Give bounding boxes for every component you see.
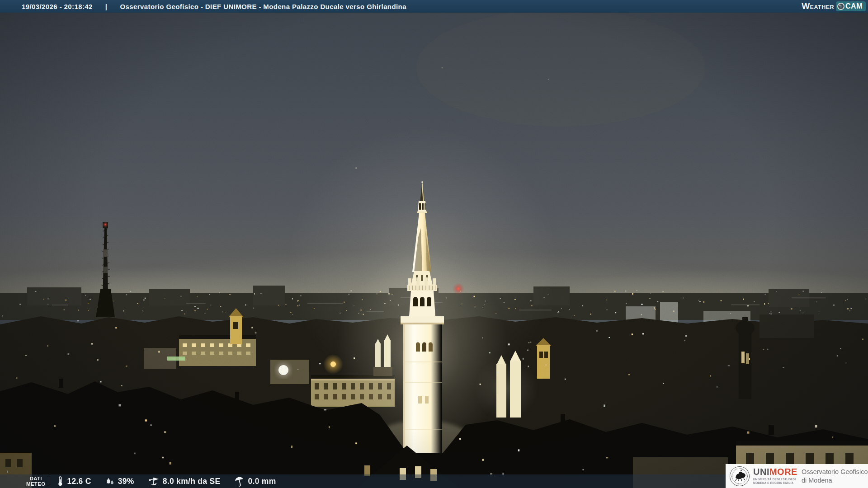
temperature-value: 12.6 C bbox=[67, 477, 91, 486]
sensor-noise-overlay bbox=[0, 0, 868, 488]
temperature-reading: 12.6 C bbox=[57, 476, 91, 487]
weathercam-cam-text: CAM bbox=[845, 2, 863, 10]
rain-value: 0.0 mm bbox=[248, 477, 276, 486]
unimore-brand-box: UNIMORE UNIVERSITÀ DEGLI STUDI DI MODENA… bbox=[726, 464, 868, 488]
unimore-more-text: MORE bbox=[769, 467, 797, 477]
weathercam-logo: WEATHER CAM bbox=[802, 1, 868, 11]
night-cityscape-photo bbox=[0, 0, 868, 488]
humidity-value: 39% bbox=[118, 477, 134, 486]
top-bar: 19/03/2026 - 20:18:42 | Osservatorio Geo… bbox=[0, 0, 868, 13]
wind-value: 8.0 km/h da SE bbox=[163, 477, 221, 486]
humidity-reading: 39% bbox=[105, 476, 134, 486]
caption-separator: | bbox=[105, 3, 108, 10]
weather-readings: 12.6 C 39% 8.0 km/h da SE bbox=[57, 476, 276, 487]
rain-reading: 0.0 mm bbox=[234, 476, 276, 487]
dati-meteo-label: DATI METEO bbox=[26, 476, 45, 487]
camera-lens-icon bbox=[837, 2, 845, 10]
thermometer-icon bbox=[57, 476, 64, 487]
camera-title: Osservatorio Geofisico - DIEF UNIMORE - … bbox=[120, 3, 406, 10]
unimore-subtitle: UNIVERSITÀ DEGLI STUDI DI MODENA E REGGI… bbox=[753, 478, 797, 485]
weathercam-cam-badge: CAM bbox=[836, 1, 866, 11]
wind-reading: 8.0 km/h da SE bbox=[148, 476, 221, 487]
unimore-wordmark: UNIMORE UNIVERSITÀ DEGLI STUDI DI MODENA… bbox=[753, 467, 797, 485]
unimore-seal-icon bbox=[729, 466, 750, 487]
water-drops-icon bbox=[105, 476, 115, 486]
wind-vane-icon bbox=[148, 476, 160, 487]
weathercam-weather-text: WEATHER bbox=[802, 1, 834, 11]
unimore-uni-text: UNI bbox=[753, 467, 769, 477]
camera-caption: 19/03/2026 - 20:18:42 | Osservatorio Geo… bbox=[0, 3, 406, 10]
observatory-name: Osservatorio Geofisico di Modena bbox=[802, 468, 868, 485]
umbrella-icon bbox=[234, 476, 245, 487]
timestamp: 19/03/2026 - 20:18:42 bbox=[22, 3, 93, 10]
bar-divider bbox=[50, 476, 50, 487]
webcam-viewport: 19/03/2026 - 20:18:42 | Osservatorio Geo… bbox=[0, 0, 868, 488]
